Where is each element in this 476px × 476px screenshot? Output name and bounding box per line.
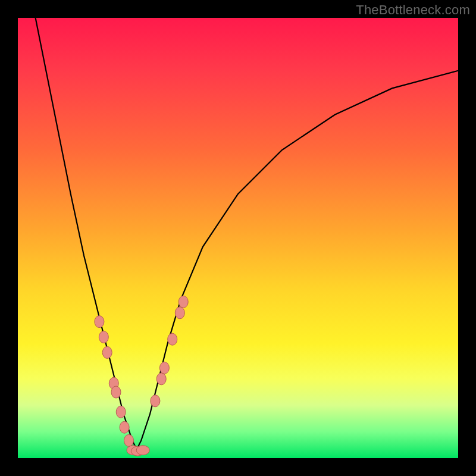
data-point <box>95 316 104 328</box>
watermark-text: TheBottleneck.com <box>356 2 470 18</box>
data-point <box>175 307 184 319</box>
curve-svg <box>18 18 458 458</box>
data-point <box>120 421 129 433</box>
plot-area <box>18 18 458 458</box>
bottleneck-curve <box>36 18 458 449</box>
data-point <box>102 346 112 358</box>
data-point <box>156 373 166 385</box>
data-point <box>151 395 160 407</box>
data-point <box>168 333 177 345</box>
data-point <box>178 296 188 308</box>
data-point <box>124 434 134 446</box>
data-point <box>111 386 121 398</box>
dots-valley <box>127 446 149 456</box>
data-point <box>99 331 108 343</box>
data-point <box>116 406 126 418</box>
chart-container: TheBottleneck.com <box>0 0 476 476</box>
dots-left-branch <box>95 316 134 447</box>
data-point <box>159 362 169 374</box>
data-point <box>136 446 149 455</box>
